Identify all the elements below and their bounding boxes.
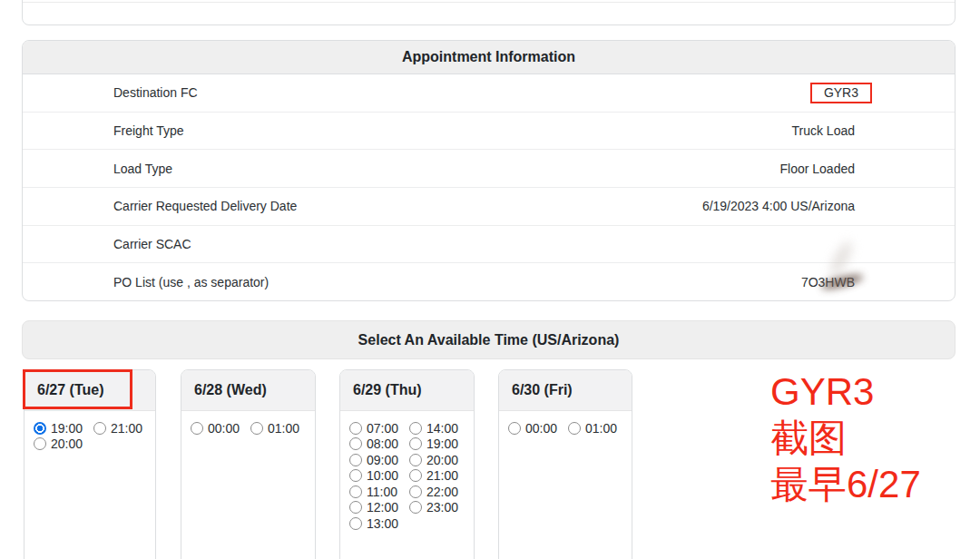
time-option-label: 09:00: [367, 453, 398, 467]
radio-button[interactable]: [409, 454, 422, 466]
row-divider: [23, 2, 955, 3]
highlight-box-date-6-27: [23, 369, 132, 409]
time-option-label: 08:00: [367, 436, 398, 451]
time-option-label: 20:00: [51, 436, 83, 451]
radio-button[interactable]: [349, 437, 362, 450]
time-option-label: 10:00: [367, 468, 398, 483]
time-option[interactable]: 22:00: [409, 484, 469, 500]
time-option-label: 23:00: [426, 500, 458, 515]
radio-button[interactable]: [409, 501, 422, 514]
radio-button[interactable]: [508, 422, 521, 435]
radio-button[interactable]: [349, 501, 362, 514]
appointment-rows: Destination FC GYR3 Freight Type Truck L…: [23, 74, 955, 300]
time-option[interactable]: 08:00: [349, 436, 409, 453]
radio-button[interactable]: [409, 437, 422, 450]
radio-button[interactable]: [349, 422, 362, 435]
radio-button[interactable]: [250, 422, 263, 435]
time-option[interactable]: 13:00: [349, 515, 409, 532]
day-header-6-28: 6/28 (Wed): [181, 370, 315, 411]
day-body: 19:00 20:00 21:00: [24, 411, 155, 452]
annotation-line-1: GYR3: [770, 368, 921, 415]
time-option-label: 00:00: [525, 421, 557, 436]
row-freight-type: Freight Type Truck Load: [23, 113, 955, 151]
time-option[interactable]: 20:00: [34, 436, 93, 453]
time-option[interactable]: 23:00: [409, 500, 469, 516]
time-option[interactable]: 00:00: [508, 420, 568, 436]
row-label: Destination FC: [113, 85, 198, 100]
time-option-label: 19:00: [51, 421, 83, 436]
radio-button[interactable]: [191, 422, 203, 435]
day-header-6-30: 6/30 (Fri): [499, 370, 632, 411]
day-body: 00:00 01:00: [181, 411, 315, 436]
annotation-line-2: 截图: [770, 415, 921, 461]
row-value: Floor Loaded: [779, 162, 855, 176]
previous-table-partial: [22, 0, 956, 25]
time-option[interactable]: 00:00: [191, 420, 250, 436]
time-option-label: 00:00: [208, 421, 240, 436]
row-label: Carrier SCAC: [113, 237, 191, 251]
radio-button-selected[interactable]: [34, 422, 46, 435]
time-option[interactable]: 10:00: [349, 468, 409, 485]
time-option[interactable]: 14:00: [409, 420, 469, 436]
time-option-label: 12:00: [367, 500, 398, 515]
time-option[interactable]: 01:00: [568, 420, 628, 436]
radio-button[interactable]: [349, 469, 362, 482]
row-label: Load Type: [113, 162, 172, 176]
radio-button[interactable]: [349, 517, 362, 530]
time-option[interactable]: 09:00: [349, 452, 409, 468]
time-option-label: 21:00: [111, 421, 142, 436]
time-option-label: 13:00: [367, 516, 398, 531]
row-value: Truck Load: [791, 123, 855, 138]
row-label: Freight Type: [113, 123, 184, 138]
time-option[interactable]: 19:00: [409, 436, 469, 453]
time-option-label: 01:00: [585, 421, 617, 436]
time-options: 07:00 08:00 09:00 10:00 11:00: [349, 420, 474, 532]
select-time-section-header: Select An Available Time (US/Arizona): [22, 320, 956, 359]
row-carrier-requested-delivery-date: Carrier Requested Delivery Date 6/19/202…: [23, 188, 955, 226]
time-option-label: 22:00: [426, 485, 458, 499]
time-option[interactable]: 19:00: [34, 420, 93, 436]
day-card-6-28: 6/28 (Wed) 00:00 01:00: [181, 369, 316, 559]
row-destination-fc: Destination FC GYR3: [23, 74, 955, 113]
time-option[interactable]: 01:00: [250, 420, 310, 436]
row-load-type: Load Type Floor Loaded: [23, 150, 955, 188]
time-options: 00:00 01:00: [508, 420, 632, 436]
day-card-6-30: 6/30 (Fri) 00:00 01:00: [498, 369, 632, 559]
day-header-6-29: 6/29 (Thu): [340, 370, 474, 411]
row-carrier-scac: Carrier SCAC: [23, 226, 955, 264]
time-option-label: 11:00: [367, 485, 397, 499]
row-label: PO List (use , as separator): [113, 275, 269, 289]
time-option-label: 19:00: [426, 436, 458, 451]
day-card-6-29: 6/29 (Thu) 07:00 08:00 09:00 10:00: [339, 369, 475, 559]
time-option[interactable]: 21:00: [409, 468, 469, 485]
annotation-line-3: 最早6/27: [770, 461, 921, 507]
annotation-text: GYR3 截图 最早6/27: [770, 368, 921, 507]
day-body: 00:00 01:00: [499, 411, 632, 436]
time-option[interactable]: 11:00: [349, 484, 409, 500]
radio-button[interactable]: [409, 422, 422, 435]
appointment-information-card: Appointment Information Destination FC G…: [22, 40, 956, 301]
time-option-label: 20:00: [426, 453, 458, 467]
row-value: GYR3: [824, 85, 858, 100]
radio-button[interactable]: [93, 422, 106, 435]
radio-button[interactable]: [349, 454, 362, 466]
row-label: Carrier Requested Delivery Date: [113, 199, 297, 213]
appointment-page: Appointment Information Destination FC G…: [0, 0, 980, 559]
time-option-label: 14:00: [426, 421, 458, 436]
radio-button[interactable]: [34, 437, 46, 450]
day-body: 07:00 08:00 09:00 10:00 11:00: [340, 411, 474, 532]
radio-button[interactable]: [409, 485, 422, 498]
highlight-box-destination-fc: GYR3: [810, 83, 872, 103]
time-option-label: 07:00: [367, 421, 398, 436]
time-options: 19:00 20:00 21:00: [34, 420, 155, 452]
time-options: 00:00 01:00: [191, 420, 315, 436]
time-option-label: 01:00: [268, 421, 299, 436]
radio-button[interactable]: [349, 485, 362, 498]
time-option[interactable]: 20:00: [409, 452, 469, 468]
time-option[interactable]: 12:00: [349, 500, 409, 516]
radio-button[interactable]: [568, 422, 581, 435]
radio-button[interactable]: [409, 469, 422, 482]
time-option[interactable]: 21:00: [93, 420, 153, 436]
time-option[interactable]: 07:00: [349, 420, 409, 436]
appointment-information-title: Appointment Information: [23, 41, 955, 74]
